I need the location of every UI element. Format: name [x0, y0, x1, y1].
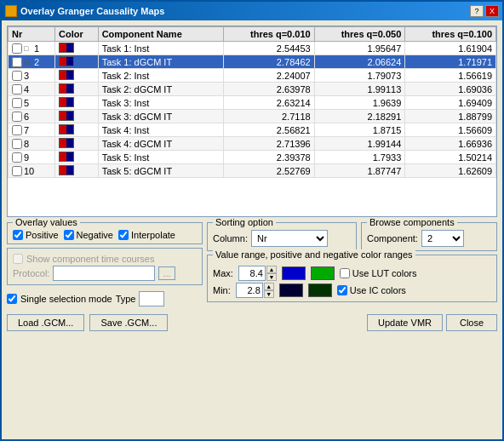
footer-right: Update VMR Close	[367, 314, 497, 331]
table-body: □1Task 1: Inst2.544531.956471.61904⊟2Tas…	[9, 42, 496, 178]
row-checkbox[interactable]	[12, 43, 22, 54]
color-swatch[interactable]	[59, 70, 74, 80]
row-nr: 2	[34, 57, 39, 67]
single-selection-label: Single selection mode	[20, 294, 112, 304]
update-vmr-button[interactable]: Update VMR	[367, 314, 443, 331]
use-lut-text: Use LUT colors	[352, 268, 417, 278]
row-checkbox[interactable]	[12, 139, 22, 149]
close-button[interactable]: Close	[446, 314, 497, 331]
help-button[interactable]: ?	[470, 5, 484, 17]
color-swatch[interactable]	[59, 165, 74, 175]
max-spinner-btns: ▲ ▼	[266, 266, 277, 281]
sorting-browse-row: Sorting option Column: Nr Component Name…	[207, 222, 497, 251]
positive-checkbox[interactable]	[13, 230, 23, 240]
t010-cell: 2.24007	[223, 69, 314, 83]
min-increment-btn[interactable]: ▲	[264, 283, 274, 290]
table-row[interactable]: 4Task 2: dGCM IT2.639781.991131.69036	[9, 83, 496, 96]
color-cell	[55, 110, 99, 123]
nr-cell: 8	[9, 137, 55, 151]
browse-row: Component: 1 2 3 4 5 6 7 8	[367, 230, 491, 247]
t050-cell: 1.87747	[314, 164, 405, 178]
table-row[interactable]: □1Task 1: Inst2.544531.956471.61904	[9, 42, 496, 55]
load-gcm-button[interactable]: Load .GCM...	[7, 314, 84, 331]
max-input[interactable]	[238, 266, 266, 281]
nr-cell: 5	[9, 96, 55, 110]
negative-label: Negative	[77, 230, 113, 240]
component-select[interactable]: 1 2 3 4 5 6 7 8 9 10	[421, 230, 464, 247]
max-negative-color[interactable]	[311, 266, 335, 280]
row-nr: 7	[24, 125, 29, 135]
single-selection-checkbox[interactable]	[7, 294, 17, 304]
table-row[interactable]: 6Task 3: dGCM IT2.71182.182911.88799	[9, 110, 496, 123]
browse-components-legend: Browse components	[367, 217, 457, 227]
t050-cell: 1.79073	[314, 69, 405, 83]
row-checkbox[interactable]	[12, 71, 22, 81]
show-component-checkbox	[13, 254, 23, 264]
table-row[interactable]: 9Task 5: Inst2.393781.79331.50214	[9, 151, 496, 164]
row-checkbox[interactable]	[12, 125, 22, 135]
color-swatch[interactable]	[59, 138, 74, 148]
title-bar-buttons: ? X	[470, 5, 499, 17]
row-checkbox[interactable]	[12, 152, 22, 163]
data-table: Nr Color Component Name thres q=0.010 th…	[8, 26, 496, 178]
use-lut-checkbox[interactable]	[340, 268, 350, 278]
color-cell	[55, 164, 99, 178]
row-checkbox[interactable]	[12, 112, 22, 122]
min-positive-color[interactable]	[279, 284, 303, 297]
negative-checkbox[interactable]	[64, 230, 74, 240]
column-label: Column:	[213, 233, 248, 243]
protocol-label: Protocol:	[13, 268, 49, 278]
color-swatch[interactable]	[59, 111, 74, 121]
interpolate-checkbox[interactable]	[118, 230, 129, 240]
table-row[interactable]: 8Task 4: dGCM IT2.713961.991441.66936	[9, 137, 496, 151]
footer-row: Load .GCM... Save .GCM... Update VMR Clo…	[7, 314, 497, 331]
max-label: Max:	[213, 268, 233, 278]
row-checkbox[interactable]	[12, 98, 22, 108]
close-window-button[interactable]: X	[485, 5, 499, 17]
nr-cell: 6	[9, 110, 55, 123]
color-cell	[55, 96, 99, 110]
name-cell: Task 2: Inst	[98, 69, 223, 83]
table-row[interactable]: 7Task 4: Inst2.568211.87151.56609	[9, 123, 496, 137]
row-checkbox[interactable]	[12, 57, 22, 67]
table-row[interactable]: 5Task 3: Inst2.632141.96391.69409	[9, 96, 496, 110]
max-increment-btn[interactable]: ▲	[266, 266, 277, 273]
collapse-icon[interactable]: ⊟	[24, 58, 32, 66]
row-checkbox[interactable]	[12, 84, 22, 94]
t100-cell: 1.56609	[405, 123, 496, 137]
color-swatch[interactable]	[59, 56, 74, 66]
color-swatch[interactable]	[59, 124, 74, 135]
value-range-legend: Value range, positive and negative color…	[213, 249, 415, 260]
color-swatch[interactable]	[59, 43, 74, 53]
use-lut-label: Use LUT colors	[340, 268, 417, 278]
t010-cell: 2.71396	[223, 137, 314, 151]
color-swatch[interactable]	[59, 152, 74, 162]
min-input[interactable]	[236, 283, 263, 298]
max-positive-color[interactable]	[282, 266, 306, 280]
row-checkbox[interactable]	[12, 166, 22, 176]
sorting-column-select[interactable]: Nr Component Name thres q=0.010 thres q=…	[251, 230, 328, 247]
row-nr: 10	[24, 166, 34, 176]
table-row[interactable]: 10Task 5: dGCM IT2.527691.877471.62609	[9, 164, 496, 178]
min-row: Min: ▲ ▼	[213, 283, 491, 298]
nr-cell: □1	[9, 42, 55, 55]
color-swatch[interactable]	[59, 83, 74, 94]
min-decrement-btn[interactable]: ▼	[264, 290, 274, 298]
min-negative-color[interactable]	[308, 284, 332, 297]
use-ic-checkbox[interactable]	[337, 285, 347, 295]
protocol-browse-button: ...	[158, 266, 175, 280]
type-input[interactable]	[139, 291, 164, 306]
max-decrement-btn[interactable]: ▼	[266, 273, 277, 281]
min-label: Min:	[213, 285, 231, 295]
nr-cell: 4	[9, 83, 55, 96]
expand-icon[interactable]: □	[24, 44, 32, 53]
color-swatch[interactable]	[59, 97, 74, 107]
t010-cell: 2.54453	[223, 42, 314, 55]
table-row[interactable]: ⊟2Task 1: dGCM IT2.784622.066241.71971	[9, 55, 496, 69]
save-gcm-button[interactable]: Save .GCM...	[89, 314, 168, 331]
table-row[interactable]: 3Task 2: Inst2.240071.790731.56619	[9, 69, 496, 83]
use-ic-text: Use IC colors	[350, 285, 406, 295]
t100-cell: 1.69409	[405, 96, 496, 110]
value-range-panel: Value range, positive and negative color…	[207, 255, 497, 302]
col-header-name: Component Name	[98, 27, 223, 42]
